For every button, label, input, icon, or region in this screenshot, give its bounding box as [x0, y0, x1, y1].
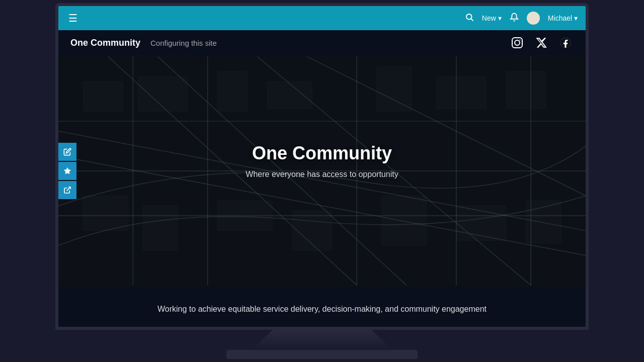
avatar [527, 12, 540, 25]
svg-rect-20 [83, 81, 123, 111]
svg-rect-31 [382, 196, 427, 245]
svg-rect-28 [143, 206, 178, 250]
edit-tool-button[interactable] [58, 143, 76, 161]
svg-rect-33 [526, 201, 560, 243]
nav-left: ☰ [66, 10, 79, 26]
svg-rect-22 [217, 71, 247, 111]
site-title: One Community [70, 38, 140, 48]
svg-line-35 [67, 187, 70, 191]
new-button[interactable]: New ▾ [482, 14, 502, 22]
bell-icon[interactable] [510, 13, 519, 24]
svg-rect-26 [506, 71, 546, 109]
svg-rect-2 [512, 38, 522, 48]
svg-rect-29 [217, 201, 272, 230]
configuring-text: Configuring this site [150, 39, 217, 47]
svg-point-4 [520, 40, 521, 41]
hero-content: One Community Where everyone has access … [246, 143, 398, 179]
hero-title: One Community [246, 143, 398, 164]
monitor-stand [252, 330, 392, 350]
favorite-tool-button[interactable] [58, 162, 76, 180]
hero-subtitle: Where everyone has access to opportunity [246, 170, 398, 179]
sub-nav-left: One Community Configuring this site [70, 38, 217, 48]
sub-navbar: One Community Configuring this site [58, 30, 586, 55]
nav-right: New ▾ Michael ▾ [465, 12, 578, 25]
side-toolbar [58, 143, 76, 199]
hero-section: One Community Where everyone has access … [58, 55, 586, 287]
svg-rect-24 [377, 66, 412, 111]
monitor-base [226, 350, 418, 359]
search-icon[interactable] [465, 13, 474, 24]
svg-line-1 [471, 19, 473, 21]
svg-point-3 [515, 40, 520, 45]
instagram-icon[interactable] [509, 35, 525, 51]
svg-rect-23 [267, 81, 312, 109]
top-navbar: ☰ New ▾ [58, 6, 586, 30]
svg-rect-27 [83, 196, 128, 230]
svg-marker-34 [64, 167, 70, 174]
bottom-description: Working to achieve equitable service del… [58, 287, 586, 330]
bottom-description-text: Working to achieve equitable service del… [157, 305, 487, 314]
user-name[interactable]: Michael ▾ [548, 14, 578, 22]
svg-rect-21 [138, 76, 188, 111]
svg-rect-25 [436, 76, 486, 109]
svg-rect-32 [456, 206, 506, 240]
twitter-icon[interactable] [533, 35, 549, 51]
share-tool-button[interactable] [58, 181, 76, 199]
svg-rect-30 [292, 211, 332, 250]
svg-point-0 [466, 14, 472, 20]
hamburger-icon[interactable]: ☰ [66, 10, 79, 26]
facebook-icon[interactable] [557, 35, 574, 51]
sub-nav-right [509, 35, 574, 51]
